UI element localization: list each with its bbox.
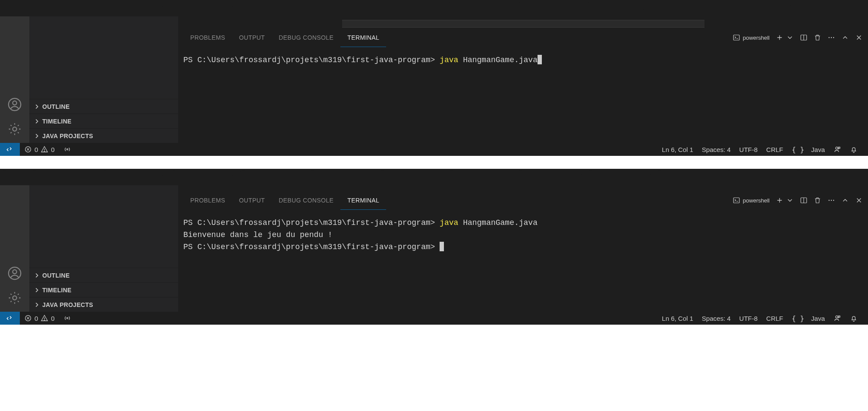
new-terminal-button[interactable] (776, 34, 794, 41)
svg-point-21 (44, 320, 45, 320)
side-panel: OUTLINE TIMELINE JAVA PROJECTS (29, 16, 178, 143)
panel: PROBLEMS OUTPUT DEBUG CONSOLE TERMINAL p… (178, 190, 868, 312)
chevron-right-icon (34, 133, 40, 139)
terminal-view[interactable]: PS C:\Users\frossardj\projets\m319\first… (178, 47, 868, 143)
terminal-prompt: PS C:\Users\frossardj\projets\m319\first… (183, 218, 435, 227)
feedback-button[interactable] (829, 143, 846, 156)
svg-point-13 (13, 270, 16, 274)
timeline-section[interactable]: TIMELINE (29, 114, 178, 128)
broadcast-icon (63, 145, 71, 153)
java-projects-section[interactable]: JAVA PROJECTS (29, 297, 178, 312)
terminal-output-line: Bienvenue dans le jeu du pendu ! (183, 231, 333, 239)
notifications-button[interactable] (846, 312, 862, 325)
warning-triangle-icon (41, 145, 48, 153)
new-terminal-button[interactable] (776, 196, 794, 204)
svg-point-17 (829, 200, 830, 201)
close-icon (855, 196, 863, 204)
accounts-icon[interactable] (7, 97, 22, 113)
vscode-window: OUTLINE TIMELINE JAVA PROJECTS PROBLEMS … (0, 169, 868, 325)
status-bar: 0 0 Ln 6, Col 1 Spaces: 4 UTF-8 CRLF { }… (0, 312, 868, 325)
outline-section[interactable]: OUTLINE (29, 268, 178, 282)
outline-section[interactable]: OUTLINE (29, 99, 178, 114)
kill-terminal-button[interactable] (814, 196, 821, 204)
more-actions-button[interactable] (827, 196, 835, 204)
tab-debug-console[interactable]: DEBUG CONSOLE (272, 28, 340, 47)
terminal-argument: HangmanGame.java (463, 56, 538, 64)
timeline-label: TIMELINE (42, 118, 72, 125)
remote-icon (6, 314, 14, 322)
error-count: 0 (35, 146, 38, 153)
java-projects-section[interactable]: JAVA PROJECTS (29, 128, 178, 143)
split-terminal-button[interactable] (800, 34, 808, 41)
terminal-shell-selector[interactable]: powershell (733, 196, 770, 204)
settings-gear-icon[interactable] (7, 291, 22, 307)
panel: PROBLEMS OUTPUT DEBUG CONSOLE TERMINAL p… (178, 28, 868, 143)
remote-button[interactable] (0, 312, 20, 325)
svg-point-19 (833, 200, 834, 201)
tab-problems[interactable]: PROBLEMS (183, 28, 232, 47)
encoding-status[interactable]: UTF-8 (735, 312, 762, 325)
terminal-view[interactable]: PS C:\Users\frossardj\projets\m319\first… (178, 210, 868, 312)
encoding-status[interactable]: UTF-8 (735, 143, 762, 156)
feedback-button[interactable] (829, 312, 846, 325)
close-panel-button[interactable] (855, 196, 863, 204)
java-projects-label: JAVA PROJECTS (42, 133, 93, 139)
editor-area: PROBLEMS OUTPUT DEBUG CONSOLE TERMINAL p… (178, 16, 868, 143)
close-panel-button[interactable] (855, 34, 863, 41)
language-mode[interactable]: { } Java (787, 143, 829, 156)
ports-status[interactable] (59, 312, 75, 325)
timeline-section[interactable]: TIMELINE (29, 282, 178, 297)
kill-terminal-button[interactable] (814, 34, 821, 41)
plus-icon (776, 34, 783, 41)
outline-label: OUTLINE (42, 272, 70, 279)
error-circle-icon (24, 314, 32, 322)
maximize-panel-button[interactable] (841, 34, 849, 41)
accounts-icon[interactable] (7, 266, 22, 282)
tab-debug-console[interactable]: DEBUG CONSOLE (272, 191, 340, 210)
cursor-position[interactable]: Ln 6, Col 1 (657, 143, 698, 156)
settings-gear-icon[interactable] (7, 122, 22, 138)
terminal-icon (733, 34, 740, 41)
vscode-window: OUTLINE TIMELINE JAVA PROJECTS PROBLEMS … (0, 0, 868, 156)
cursor-position[interactable]: Ln 6, Col 1 (657, 312, 698, 325)
svg-point-10 (66, 149, 68, 150)
warning-triangle-icon (41, 314, 48, 322)
svg-rect-3 (733, 35, 739, 40)
notifications-button[interactable] (846, 143, 862, 156)
indentation-status[interactable]: Spaces: 4 (698, 143, 735, 156)
tab-output[interactable]: OUTPUT (232, 191, 272, 210)
terminal-argument: HangmanGame.java (463, 218, 538, 227)
tab-problems[interactable]: PROBLEMS (183, 191, 232, 210)
chevron-down-icon (786, 196, 794, 204)
tab-terminal[interactable]: TERMINAL (340, 28, 386, 47)
java-projects-label: JAVA PROJECTS (42, 301, 93, 308)
indentation-status[interactable]: Spaces: 4 (698, 312, 735, 325)
terminal-command: java (440, 56, 458, 64)
remote-button[interactable] (0, 143, 20, 156)
ports-status[interactable] (59, 143, 75, 156)
problems-status[interactable]: 0 0 (20, 143, 59, 156)
problems-status[interactable]: 0 0 (20, 312, 59, 325)
panel-tabs: PROBLEMS OUTPUT DEBUG CONSOLE TERMINAL p… (178, 191, 868, 210)
error-circle-icon (24, 145, 32, 153)
person-feedback-icon (833, 145, 841, 153)
eol-status[interactable]: CRLF (762, 143, 787, 156)
minimap-scrollbar[interactable] (342, 20, 704, 28)
more-actions-button[interactable] (827, 34, 835, 41)
tab-terminal[interactable]: TERMINAL (340, 191, 386, 210)
split-icon (800, 196, 808, 204)
remote-icon (6, 145, 14, 153)
close-icon (855, 34, 863, 41)
terminal-shell-selector[interactable]: powershell (733, 34, 770, 41)
outline-label: OUTLINE (42, 103, 70, 110)
trash-icon (814, 196, 821, 204)
side-panel: OUTLINE TIMELINE JAVA PROJECTS (29, 185, 178, 312)
split-terminal-button[interactable] (800, 196, 808, 204)
tab-output[interactable]: OUTPUT (232, 28, 272, 47)
eol-status[interactable]: CRLF (762, 312, 787, 325)
language-mode[interactable]: { } Java (787, 312, 829, 325)
terminal-prompt: PS C:\Users\frossardj\projets\m319\first… (183, 243, 435, 251)
maximize-panel-button[interactable] (841, 196, 849, 204)
chevron-right-icon (34, 118, 40, 124)
chevron-right-icon (34, 302, 40, 308)
